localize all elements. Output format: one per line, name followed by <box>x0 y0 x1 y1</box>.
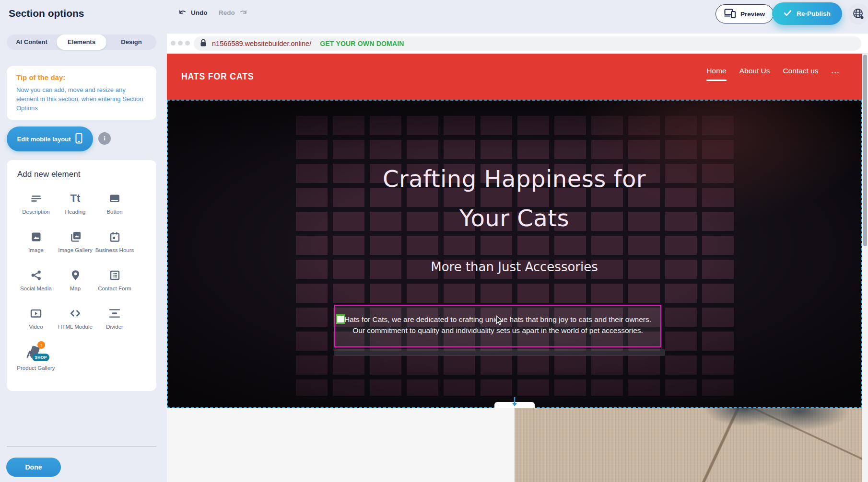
nav-home[interactable]: Home <box>706 67 726 81</box>
heading-icon: Tt <box>70 191 81 206</box>
redo-button[interactable]: Redo <box>219 8 247 17</box>
element-label: Social Media <box>20 285 52 292</box>
element-label: Image Gallery <box>58 247 93 254</box>
element-ghost-bar <box>334 349 665 356</box>
element-label: Heading <box>65 208 86 216</box>
shop-badge: SHOP <box>32 354 49 361</box>
scrollbar-thumb[interactable] <box>863 55 867 246</box>
element-label: Map <box>70 285 81 292</box>
lock-icon <box>200 39 207 49</box>
undo-label: Undo <box>191 9 208 16</box>
product-gallery-icon: ↑ SHOP <box>26 344 46 362</box>
page-title: Section options <box>9 8 84 19</box>
element-label: Description <box>22 208 50 216</box>
tip-of-the-day-card: Tip of the day: Now you can add, move an… <box>7 66 156 120</box>
browser-traffic-dots <box>171 41 190 46</box>
add-element-panel: Add new element Description Tt Heading B… <box>7 160 156 391</box>
tip-body: Now you can add, move and resize any ele… <box>16 86 147 113</box>
add-panel-title: Add new element <box>17 170 80 179</box>
upgrade-arrow-badge: ↑ <box>37 341 45 349</box>
contact-form-icon <box>108 267 121 283</box>
check-icon <box>784 10 792 18</box>
republish-label: Re-Publish <box>797 10 831 17</box>
map-pin-icon <box>69 267 82 283</box>
address-bar[interactable]: n1566589.websitebuilder.online/ GET YOUR… <box>194 36 861 51</box>
get-domain-link[interactable]: GET YOUR OWN DOMAIN <box>320 40 404 47</box>
social-media-icon <box>30 267 43 283</box>
business-hours-icon <box>108 229 121 244</box>
next-section-floor-image <box>515 408 862 482</box>
website-builder-app: Section options AI Content Elements Desi… <box>0 0 868 482</box>
next-section-left-panel <box>167 408 515 482</box>
element-contact-form[interactable]: Contact Form <box>95 267 134 306</box>
element-label: HTML Module <box>58 323 93 331</box>
button-icon <box>108 191 121 206</box>
element-image[interactable]: Image <box>16 229 56 267</box>
preview-scrollbar <box>862 54 868 482</box>
nav-about-us[interactable]: About Us <box>739 67 770 75</box>
preview-label: Preview <box>740 11 765 18</box>
element-divider[interactable]: Divider <box>95 306 134 344</box>
element-heading[interactable]: Tt Heading <box>56 191 95 229</box>
hero-title[interactable]: Crafting Happiness for Your Cats <box>168 159 861 238</box>
element-label: Button <box>106 208 122 216</box>
element-image-gallery[interactable]: Image Gallery <box>56 229 95 267</box>
element-label: Contact Form <box>98 285 131 292</box>
element-video[interactable]: Video <box>16 306 56 344</box>
redo-label: Redo <box>219 9 235 16</box>
undo-icon <box>179 8 188 17</box>
image-gallery-icon <box>69 229 82 244</box>
arrow-down-icon <box>511 397 518 409</box>
html-code-icon <box>69 306 82 321</box>
tab-elements[interactable]: Elements <box>57 34 106 50</box>
sidebar-tabs: AI Content Elements Design <box>7 34 156 50</box>
nav-more-button[interactable]: ... <box>832 67 840 75</box>
element-grid: Description Tt Heading Button Image <box>16 191 136 382</box>
devices-icon <box>724 9 736 19</box>
site-logo[interactable]: HATS FOR CATS <box>181 70 254 82</box>
tab-design[interactable]: Design <box>106 34 156 50</box>
element-button[interactable]: Button <box>95 191 134 229</box>
site-nav: Home About Us Contact us ... <box>706 67 840 81</box>
info-icon[interactable]: i <box>98 132 111 145</box>
edit-mobile-label: Edit mobile layout <box>17 136 71 143</box>
element-html-module[interactable]: HTML Module <box>56 306 95 344</box>
video-icon <box>29 306 43 321</box>
site-header: HATS FOR CATS Home About Us Contact us .… <box>167 54 862 100</box>
element-product-gallery[interactable]: ↑ SHOP Product Gallery <box>16 344 56 382</box>
republish-button[interactable]: Re-Publish <box>772 2 842 25</box>
element-business-hours[interactable]: Business Hours <box>95 229 134 267</box>
element-label: Image <box>28 247 44 254</box>
hero-subtitle[interactable]: More than Just Accessories <box>168 260 861 274</box>
element-description[interactable]: Description <box>16 191 56 229</box>
element-label: Business Hours <box>95 247 134 254</box>
preview-button[interactable]: Preview <box>716 4 774 23</box>
tip-heading: Tip of the day: <box>16 73 147 81</box>
redo-icon <box>238 8 247 17</box>
mobile-phone-icon <box>75 133 82 145</box>
divider-icon <box>108 306 121 321</box>
site-url[interactable]: n1566589.websitebuilder.online/ <box>212 40 311 47</box>
sidebar-divider <box>7 447 156 447</box>
edit-mobile-layout-button[interactable]: Edit mobile layout <box>7 126 93 151</box>
globe-button[interactable] <box>848 3 868 24</box>
hero-section-selected[interactable]: Crafting Happiness for Your Cats More th… <box>167 100 862 408</box>
image-icon <box>30 229 43 244</box>
undo-button[interactable]: Undo <box>179 8 208 17</box>
element-label: Divider <box>106 323 123 331</box>
element-social-media[interactable]: Social Media <box>16 267 56 306</box>
done-button[interactable]: Done <box>6 458 61 477</box>
globe-icon <box>852 8 865 20</box>
element-label: Product Gallery <box>17 365 55 372</box>
hero-paragraph[interactable]: Hats for Cats, we are dedicated to craft… <box>335 314 660 336</box>
paragraph-element-selected[interactable]: Hats for Cats, we are dedicated to craft… <box>334 305 661 347</box>
tab-ai-content[interactable]: AI Content <box>7 34 57 50</box>
nav-contact-us[interactable]: Contact us <box>783 67 818 75</box>
element-map[interactable]: Map <box>56 267 95 306</box>
description-icon <box>30 191 43 206</box>
element-label: Video <box>29 323 43 331</box>
